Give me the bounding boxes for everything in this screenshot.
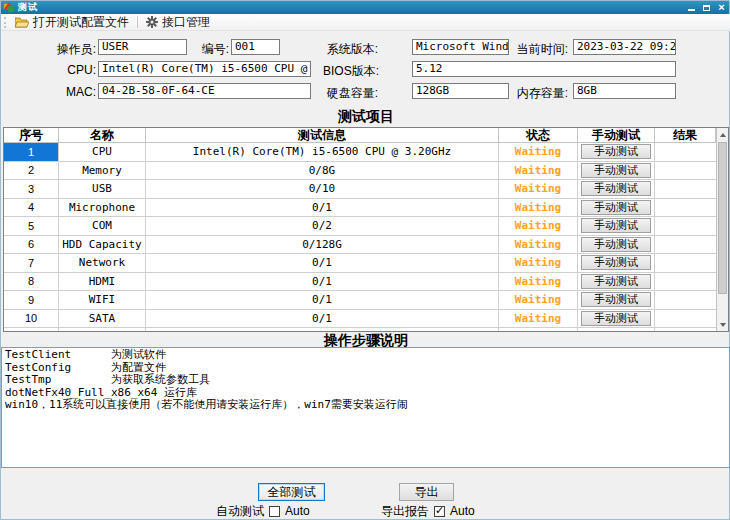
cell-name: CPU [59, 143, 146, 162]
header-name: 名称 [59, 128, 146, 143]
open-folder-icon [15, 17, 29, 28]
table-row[interactable]: 6 HDD Capacity 0/128G Waiting 手动测试 [4, 236, 716, 255]
cell-status: Waiting [499, 217, 578, 236]
cell-no: 9 [4, 291, 59, 310]
cell-name: HDMI [59, 273, 146, 292]
check-mark-icon: ✓ [435, 504, 444, 517]
toolbar-separator [137, 16, 138, 28]
table-row[interactable]: 3 USB 0/10 Waiting 手动测试 [4, 180, 716, 199]
cell-no: 8 [4, 273, 59, 292]
cell-no: 10 [4, 310, 59, 329]
header-result: 结果 [655, 128, 716, 143]
cell-status: Waiting [499, 236, 578, 255]
cell-result [655, 236, 716, 255]
table-row[interactable]: 8 HDMI 0/1 Waiting 手动测试 [4, 273, 716, 292]
manual-test-button[interactable]: 手动测试 [581, 237, 651, 252]
cell-no: 7 [4, 254, 59, 273]
export-report-checkbox[interactable]: ✓ [434, 506, 445, 517]
cell-status: Waiting [499, 162, 578, 181]
close-icon: × [718, 2, 724, 13]
auto-test-option-label: Auto [285, 504, 310, 518]
header-info: 测试信息 [146, 128, 499, 143]
header-manual: 手动测试 [578, 128, 655, 143]
scroll-up-icon [720, 133, 726, 137]
minimize-icon [688, 9, 695, 11]
manual-test-button[interactable]: 手动测试 [581, 163, 651, 178]
table-scrollbar[interactable] [716, 128, 728, 331]
manual-test-button[interactable]: 手动测试 [581, 200, 651, 215]
instructions-textarea[interactable]: TestClient 为测试软件 TestConfig 为配置文件 TestTm… [1, 347, 730, 468]
manual-test-button[interactable]: 手动测试 [581, 181, 651, 196]
interface-mgmt-button[interactable]: 接口管理 [141, 15, 215, 30]
table-row[interactable]: 4 Microphone 0/1 Waiting 手动测试 [4, 199, 716, 218]
cell-no: 5 [4, 217, 59, 236]
cell-info: 0/1 [146, 310, 499, 329]
scroll-up-button[interactable] [717, 128, 728, 141]
table-row[interactable]: 10 SATA 0/1 Waiting 手动测试 [4, 310, 716, 329]
app-icon [4, 3, 14, 13]
current-time-label: 当前时间: [513, 41, 568, 58]
auto-test-checkbox[interactable] [269, 506, 280, 517]
cell-name: Microphone [59, 199, 146, 218]
os-version-field[interactable]: Microsoft Windows 10 专 [412, 39, 509, 55]
cell-info: 0/1 [146, 273, 499, 292]
ram-capacity-field[interactable]: 8GB [573, 83, 676, 99]
cell-no: 3 [4, 180, 59, 199]
manual-test-button[interactable]: 手动测试 [581, 311, 651, 326]
cell-no: 4 [4, 199, 59, 218]
number-field[interactable]: 001 [231, 39, 280, 55]
cell-result [655, 254, 716, 273]
window-title: 测试 [18, 1, 38, 14]
export-report-option-label: Auto [450, 504, 475, 518]
cell-no: 6 [4, 236, 59, 255]
cell-info: 0/8G [146, 162, 499, 181]
hdd-capacity-field[interactable]: 128GB [412, 83, 509, 99]
cell-status: Waiting [499, 291, 578, 310]
cpu-field[interactable]: Intel(R) Core(TM) i5-6500 CPU @ 3.20GHz [98, 61, 311, 77]
cell-name: Network [59, 254, 146, 273]
manual-test-button[interactable]: 手动测试 [581, 255, 651, 270]
manual-test-button[interactable]: 手动测试 [581, 218, 651, 233]
table-row[interactable]: 5 COM 0/2 Waiting 手动测试 [4, 217, 716, 236]
cell-no: 2 [4, 162, 59, 181]
current-time-field[interactable]: 2023-03-22 09:20:26 [573, 39, 676, 55]
cell-info: 0/1 [146, 254, 499, 273]
hdd-capacity-label: 硬盘容量: [323, 85, 378, 102]
cell-info: 0/10 [146, 180, 499, 199]
table-row[interactable]: 1 CPU Intel(R) Core(TM) i5-6500 CPU @ 3.… [4, 143, 716, 162]
mac-field[interactable]: 04-2B-58-0F-64-CE [98, 83, 311, 99]
scrollbar-thumb[interactable] [718, 142, 727, 294]
cell-no: 1 [4, 143, 59, 162]
cell-result [655, 180, 716, 199]
table-header-row: 序号 名称 测试信息 状态 手动测试 结果 [4, 128, 716, 143]
os-version-label: 系统版本: [323, 41, 378, 58]
operator-label: 操作员: [39, 41, 96, 58]
operator-field[interactable]: USER [98, 39, 187, 55]
number-label: 编号: [197, 41, 229, 58]
table-row[interactable]: 9 WIFI 0/1 Waiting 手动测试 [4, 291, 716, 310]
table-row[interactable]: 7 Network 0/1 Waiting 手动测试 [4, 254, 716, 273]
cell-result [655, 162, 716, 181]
table-row[interactable]: 2 Memory 0/8G Waiting 手动测试 [4, 162, 716, 181]
export-button[interactable]: 导出 [399, 483, 454, 501]
manual-test-button[interactable]: 手动测试 [581, 274, 651, 289]
gear-icon [146, 16, 158, 28]
close-button[interactable]: × [714, 1, 729, 14]
cell-result [655, 310, 716, 329]
minimize-button[interactable] [684, 1, 699, 14]
cell-result [655, 273, 716, 292]
interface-mgmt-label: 接口管理 [162, 14, 210, 31]
header-no: 序号 [4, 128, 59, 143]
scroll-down-button[interactable] [717, 318, 728, 331]
open-config-button[interactable]: 打开测试配置文件 [10, 15, 134, 30]
cpu-label: CPU: [39, 63, 96, 77]
cell-info: 0/2 [146, 217, 499, 236]
cell-info: 0/1 [146, 291, 499, 310]
manual-test-button[interactable]: 手动测试 [581, 292, 651, 307]
maximize-button[interactable] [699, 1, 714, 14]
manual-test-button[interactable]: 手动测试 [581, 144, 651, 159]
cell-info: Intel(R) Core(TM) i5-6500 CPU @ 3.20GHz [146, 143, 499, 162]
cell-status: Waiting [499, 199, 578, 218]
test-all-button[interactable]: 全部测试 [258, 483, 325, 501]
bios-version-field[interactable]: 5.12 [412, 61, 676, 77]
